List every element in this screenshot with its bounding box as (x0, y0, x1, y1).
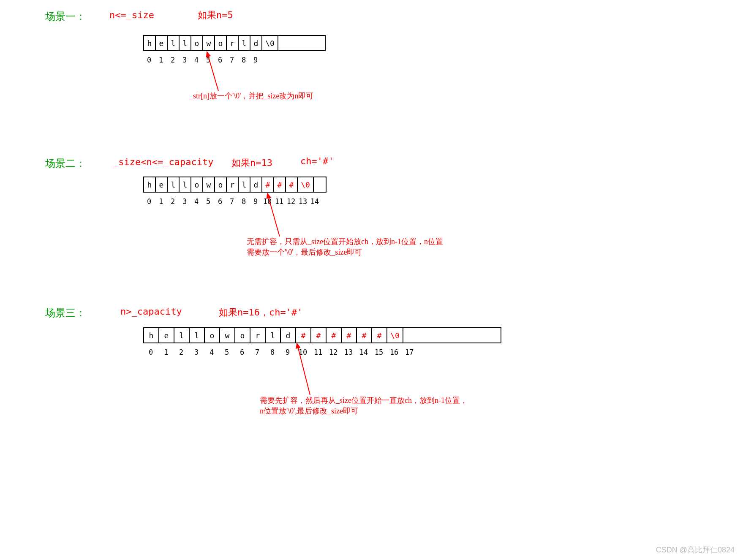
idx: 1 (158, 348, 174, 356)
scenario1-indices: 0 1 2 3 4 5 6 7 8 9 (143, 56, 261, 64)
cell: h (144, 36, 156, 50)
cell-hash: # (327, 328, 342, 343)
idx: 17 (402, 348, 417, 356)
annotation-line: 无需扩容，只需从_size位置开始放ch，放到n-1位置，n位置 (247, 237, 443, 246)
cell-empty (278, 36, 325, 50)
cell: l (174, 328, 190, 343)
watermark: CSDN @高比拜仁0824 (656, 545, 735, 555)
idx: 14 (356, 348, 371, 356)
idx: 6 (214, 56, 226, 64)
cell-hash: # (286, 177, 298, 192)
cell: r (227, 177, 239, 192)
scenario1-example: 如果n=5 (198, 9, 233, 22)
idx: 5 (219, 348, 234, 356)
annotation-line: 需要先扩容，然后再从_size位置开始一直放ch，放到n-1位置， (260, 396, 468, 405)
cell: e (159, 328, 174, 343)
cell-null: \0 (298, 177, 314, 192)
cell-hash: # (357, 328, 372, 343)
cell: l (180, 36, 191, 50)
idx: 9 (280, 348, 295, 356)
idx: 3 (179, 197, 191, 206)
cell: o (191, 36, 203, 50)
scenario1-array: h e l l o w o r l d \0 (143, 35, 326, 51)
idx: 6 (234, 348, 250, 356)
cell-null: \0 (387, 328, 403, 343)
cell-hash: # (262, 177, 274, 192)
scenario3-indices: 0 1 2 3 4 5 6 7 8 9 10 11 12 13 14 15 16… (143, 348, 417, 356)
cell: o (215, 177, 227, 192)
scenario2-ch: ch='#' (300, 156, 334, 166)
idx: 6 (214, 197, 226, 206)
idx: 4 (191, 56, 202, 64)
idx: 1 (155, 197, 167, 206)
cell: h (144, 328, 159, 343)
cell-hash: # (342, 328, 357, 343)
scenario3-condition: n>_capacity (120, 306, 182, 317)
cell-null: \0 (262, 36, 278, 50)
cell: l (239, 36, 250, 50)
cell: e (156, 36, 168, 50)
cell-hash: # (311, 328, 327, 343)
cell-empty (314, 177, 326, 192)
idx: 0 (143, 348, 158, 356)
cell: w (203, 177, 215, 192)
cell: w (203, 36, 215, 50)
annotation-line: 需要放一个'\0'，最后修改_size即可 (247, 248, 362, 256)
idx: 0 (143, 56, 155, 64)
cell-hash: # (296, 328, 311, 343)
idx: 8 (265, 348, 280, 356)
cell-empty (403, 328, 501, 343)
cell: w (220, 328, 235, 343)
annotation-line: n位置放'\0',最后修改_size即可 (260, 407, 358, 415)
cell: h (144, 177, 156, 192)
scenario2-example: 如果n=13 (231, 157, 272, 169)
cell: r (250, 328, 266, 343)
idx: 8 (238, 197, 250, 206)
scenario2-condition: _size<n<=_capacity (113, 157, 213, 167)
cell: e (156, 177, 168, 192)
scenario2-indices: 0 1 2 3 4 5 6 7 8 9 10 11 12 13 14 (143, 197, 321, 206)
idx: 0 (143, 197, 155, 206)
cell-hash: # (274, 177, 286, 192)
cell: o (215, 36, 227, 50)
idx: 13 (297, 197, 309, 206)
cell: o (235, 328, 250, 343)
idx: 11 (273, 197, 285, 206)
cell: l (190, 328, 205, 343)
idx: 7 (226, 197, 238, 206)
cell: l (168, 36, 180, 50)
idx: 10 (261, 197, 273, 206)
idx: 2 (167, 197, 179, 206)
scenario2-annotation: 无需扩容，只需从_size位置开始放ch，放到n-1位置，n位置 需要放一个'\… (247, 237, 443, 258)
scenario1-title: 场景一： (45, 10, 86, 23)
scenario3-annotation: 需要先扩容，然后再从_size位置开始一直放ch，放到n-1位置， n位置放'\… (260, 395, 468, 416)
idx: 14 (309, 197, 321, 206)
idx: 9 (250, 56, 261, 64)
idx: 9 (250, 197, 261, 206)
idx: 4 (191, 197, 202, 206)
idx: 3 (189, 348, 204, 356)
cell: l (266, 328, 281, 343)
idx: 12 (326, 348, 341, 356)
scenario3-title: 场景三： (45, 306, 86, 320)
scenario2-title: 场景二： (45, 157, 86, 170)
cell: d (250, 36, 262, 50)
scenario1-annotation: _str[n]放一个'\0'，并把_size改为n即可 (189, 91, 313, 101)
idx: 13 (341, 348, 356, 356)
cell: l (180, 177, 191, 192)
cell: l (239, 177, 250, 192)
idx: 15 (371, 348, 386, 356)
cell: o (191, 177, 203, 192)
cell: d (250, 177, 262, 192)
idx: 7 (250, 348, 265, 356)
idx: 5 (202, 56, 214, 64)
idx: 11 (310, 348, 326, 356)
idx: 12 (285, 197, 297, 206)
scenario2-array: h e l l o w o r l d # # # \0 (143, 177, 327, 193)
cell: r (227, 36, 239, 50)
scenario1-condition: n<=_size (109, 10, 154, 20)
idx: 7 (226, 56, 238, 64)
cell: o (205, 328, 220, 343)
scenario3-example: 如果n=16，ch='#' (219, 306, 302, 319)
idx: 2 (167, 56, 179, 64)
